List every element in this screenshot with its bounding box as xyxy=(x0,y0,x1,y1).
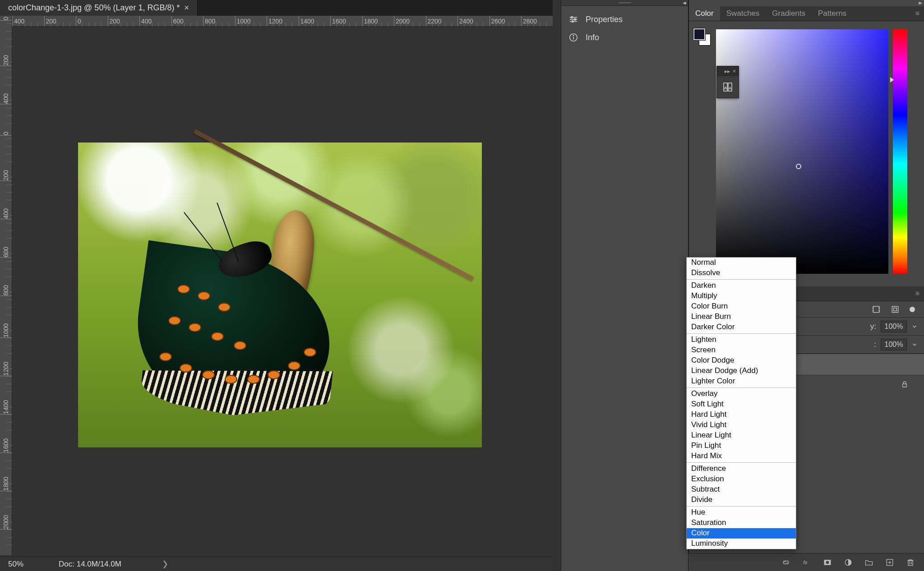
hue-strip[interactable] xyxy=(893,29,907,274)
svg-rect-11 xyxy=(873,306,879,312)
artboard-filter-icon[interactable] xyxy=(872,305,881,314)
sliders-icon xyxy=(568,14,578,24)
close-icon[interactable]: × xyxy=(733,68,736,74)
doc-size-info[interactable]: Doc: 14.0M/14.0M xyxy=(50,560,121,569)
blend-mode-option[interactable]: Darker Color xyxy=(687,322,796,332)
status-bar: 50% Doc: 14.0M/14.0M ❯ xyxy=(0,557,553,571)
ruler-h-tick: 1000 xyxy=(235,16,251,26)
link-layers-icon[interactable] xyxy=(781,558,790,567)
hue-cursor[interactable] xyxy=(890,77,894,83)
blend-mode-option[interactable]: Divide xyxy=(687,495,796,505)
blend-mode-option[interactable]: Pin Light xyxy=(687,441,796,451)
ruler-vertical[interactable]: 0200400020040060080010001200140016001800… xyxy=(0,16,12,555)
blend-mode-option[interactable]: Hard Mix xyxy=(687,451,796,461)
layer-mask-icon[interactable] xyxy=(823,558,832,567)
lock-icon[interactable] xyxy=(901,380,909,388)
close-icon[interactable]: × xyxy=(184,3,189,13)
ruler-v-tick: 400 xyxy=(0,207,12,219)
tab-gradients[interactable]: Gradients xyxy=(766,6,812,21)
svg-rect-16 xyxy=(892,306,898,312)
blend-mode-option[interactable]: Soft Light xyxy=(687,399,796,410)
trash-icon[interactable] xyxy=(906,558,915,567)
new-layer-icon[interactable] xyxy=(885,558,894,567)
blend-mode-option[interactable]: Luminosity xyxy=(687,539,796,549)
fill-value[interactable]: 100% xyxy=(881,339,907,350)
blend-mode-option[interactable]: Lighter Color xyxy=(687,376,796,387)
status-chevron-icon[interactable]: ❯ xyxy=(162,559,168,569)
fill-label-suffix: : xyxy=(874,340,876,349)
info-panel-button[interactable]: Info xyxy=(561,28,688,46)
blend-mode-option[interactable]: Normal xyxy=(687,258,796,268)
collapse-chevrons-icon[interactable]: ▸▸ xyxy=(919,0,920,6)
dock-grip[interactable] xyxy=(561,0,688,6)
blend-mode-dropdown[interactable]: NormalDissolveDarkenMultiplyColor BurnLi… xyxy=(686,257,796,549)
svg-text:fx: fx xyxy=(804,559,808,565)
ruler-h-tick: 1600 xyxy=(330,16,346,26)
blend-mode-option[interactable]: Linear Dodge (Add) xyxy=(687,366,796,376)
ruler-horizontal[interactable]: 4002000200400600800100012001400160018002… xyxy=(12,16,553,27)
ruler-h-tick: 0 xyxy=(76,16,81,26)
ruler-h-tick: 1400 xyxy=(299,16,314,26)
tab-patterns[interactable]: Patterns xyxy=(812,6,853,21)
foreground-background-swatch[interactable] xyxy=(693,28,711,46)
blend-mode-option[interactable]: Exclusion xyxy=(687,474,796,484)
collapsed-panel-dock: ◂◂ Properties Info xyxy=(561,0,688,571)
layers-panel-footer: fx xyxy=(688,553,924,571)
dot-toggle[interactable] xyxy=(910,307,915,312)
sv-cursor[interactable] xyxy=(796,164,801,169)
blend-mode-option[interactable]: Difference xyxy=(687,464,796,474)
blend-mode-option[interactable]: Linear Light xyxy=(687,430,796,441)
blend-mode-option[interactable]: Hue xyxy=(687,507,796,518)
ruler-h-tick: 2800 xyxy=(521,16,537,26)
blend-mode-option[interactable]: Color Dodge xyxy=(687,355,796,366)
opacity-label-suffix: y: xyxy=(870,322,876,331)
layer-style-icon[interactable]: fx xyxy=(802,558,811,567)
blend-mode-option[interactable]: Lighten xyxy=(687,335,796,345)
canvas[interactable] xyxy=(12,27,553,555)
chevron-down-icon[interactable] xyxy=(911,323,918,330)
tab-color[interactable]: Color xyxy=(689,6,720,21)
floating-mini-panel[interactable]: ▸▸ × xyxy=(717,66,739,98)
zoom-level[interactable]: 50% xyxy=(0,560,50,569)
panel-menu-icon[interactable]: ≡ xyxy=(911,9,924,18)
blend-mode-option[interactable]: Overlay xyxy=(687,389,796,399)
ruler-h-tick: 2400 xyxy=(457,16,473,26)
group-icon[interactable] xyxy=(864,558,873,567)
blend-mode-option[interactable]: Hard Light xyxy=(687,410,796,420)
document-tab[interactable]: colorChange-1-3.jpg @ 50% (Layer 1, RGB/… xyxy=(0,0,198,16)
blend-mode-option[interactable]: Linear Burn xyxy=(687,312,796,322)
blend-mode-option[interactable]: Multiply xyxy=(687,291,796,301)
svg-point-8 xyxy=(573,35,573,36)
blend-mode-option[interactable]: Saturation xyxy=(687,518,796,528)
opacity-value[interactable]: 100% xyxy=(881,321,907,332)
ruler-v-tick: 800 xyxy=(0,284,12,296)
blend-mode-option[interactable]: Color Burn xyxy=(687,301,796,312)
blend-mode-option[interactable]: Subtract xyxy=(687,484,796,495)
properties-panel-button[interactable]: Properties xyxy=(561,10,688,28)
ruler-v-tick: 600 xyxy=(0,246,12,258)
collapse-chevrons-icon[interactable]: ◂◂ xyxy=(683,0,684,6)
tab-swatches[interactable]: Swatches xyxy=(720,6,766,21)
ruler-v-tick: 200 xyxy=(0,169,12,181)
blend-mode-option[interactable]: Color xyxy=(687,528,796,539)
expand-chevrons-icon[interactable]: ▸▸ xyxy=(725,68,730,74)
document-tab-bar: colorChange-1-3.jpg @ 50% (Layer 1, RGB/… xyxy=(0,0,553,16)
ruler-h-tick: 1200 xyxy=(267,16,282,26)
saturation-value-field[interactable] xyxy=(716,29,888,274)
svg-rect-26 xyxy=(908,560,913,565)
svg-point-21 xyxy=(826,561,829,564)
foreground-color-swatch[interactable] xyxy=(693,28,705,40)
blend-mode-option[interactable]: Dissolve xyxy=(687,268,796,278)
chevron-down-icon[interactable] xyxy=(911,341,918,348)
adjustment-layer-icon[interactable] xyxy=(844,558,853,567)
blend-mode-option[interactable]: Darken xyxy=(687,281,796,291)
ruler-h-tick: 1800 xyxy=(362,16,378,26)
blend-mode-option[interactable]: Screen xyxy=(687,345,796,355)
smart-object-filter-icon[interactable] xyxy=(891,305,900,314)
svg-rect-18 xyxy=(903,384,907,387)
svg-rect-10 xyxy=(728,83,732,91)
ruler-h-tick: 2200 xyxy=(426,16,442,26)
info-icon xyxy=(568,32,578,42)
blend-mode-option[interactable]: Vivid Light xyxy=(687,420,796,430)
panel-menu-icon[interactable]: ≡ xyxy=(911,290,924,298)
